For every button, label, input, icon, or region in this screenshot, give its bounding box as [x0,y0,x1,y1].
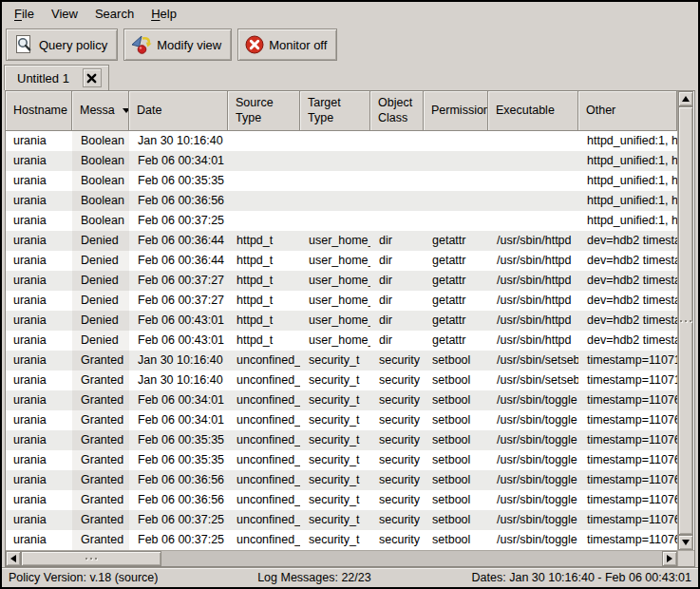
column-header-other[interactable]: Other [578,91,677,131]
query-policy-button[interactable]: Query policy [6,28,118,61]
cell: Granted [72,430,129,450]
cell: security_t [300,410,370,430]
cell: getattr [424,331,488,351]
cell: Feb 06 00:37:25 [129,211,228,231]
scroll-right-button[interactable] [662,551,677,566]
log-row[interactable]: uraniaGrantedFeb 06 00:34:01unconfined_s… [6,390,677,410]
column-header-target-type[interactable]: Target Type [300,91,370,131]
log-row[interactable]: uraniaDeniedFeb 06 00:36:44httpd_tuser_h… [6,231,677,251]
log-row[interactable]: uraniaGrantedFeb 06 00:34:01unconfined_s… [6,410,677,430]
horizontal-scrollbar-track[interactable] [161,551,662,566]
log-row[interactable]: uraniaDeniedFeb 06 00:37:27httpd_tuser_h… [6,291,677,311]
table-header: HostnameMessaDateSource TypeTarget TypeO… [6,91,677,131]
cell: unconfined_ [228,530,300,550]
log-row[interactable]: uraniaGrantedFeb 06 00:35:35unconfined_s… [6,430,677,450]
log-row[interactable]: uraniaDeniedFeb 06 00:43:01httpd_tuser_h… [6,311,677,331]
log-row[interactable]: uraniaGrantedFeb 06 00:36:56unconfined_s… [6,470,677,490]
modify-view-icon [130,33,153,56]
cell: timestamp=11076 [578,390,677,410]
cell: /usr/sbin/toggle [488,470,578,490]
log-row[interactable]: uraniaBooleanFeb 06 00:34:01httpd_unifie… [6,151,677,171]
cell: Feb 06 00:36:44 [129,251,228,271]
cell: Denied [72,331,129,351]
column-header-date[interactable]: Date [129,91,228,131]
cell: security [370,410,424,430]
tab-untitled-1[interactable]: Untitled 1 [4,65,109,90]
cell: httpd_unified:1, h [578,171,677,191]
cell: security_t [300,490,370,510]
column-header-permission[interactable]: Permission [424,91,488,131]
log-row[interactable]: uraniaBooleanFeb 06 00:37:25httpd_unifie… [6,211,677,231]
column-header-source-type[interactable]: Source Type [228,91,300,131]
horizontal-scrollbar[interactable] [6,551,677,566]
menu-view[interactable]: View [43,3,86,25]
query-policy-icon [12,33,35,56]
scroll-up-button[interactable] [678,91,693,106]
tab-label: Untitled 1 [17,71,69,86]
cell [424,211,488,231]
cell: /usr/sbin/toggle [488,450,578,470]
menu-search[interactable]: Search [86,3,142,25]
menu-file[interactable]: File [6,3,43,25]
cell [424,171,488,191]
cell: httpd_t [228,271,300,291]
log-row[interactable]: uraniaGrantedFeb 06 00:37:25unconfined_s… [6,510,677,530]
cell: Feb 06 00:36:56 [129,191,228,211]
log-row[interactable]: uraniaDeniedFeb 06 00:43:01httpd_tuser_h… [6,331,677,351]
log-row[interactable]: uraniaGrantedJan 30 10:16:40unconfined_s… [6,370,677,390]
cell: Denied [72,271,129,291]
cell: Feb 06 00:34:01 [129,151,228,171]
log-row[interactable]: uraniaGrantedFeb 06 00:35:35unconfined_s… [6,450,677,470]
column-header-executable[interactable]: Executable [488,91,578,131]
cell: urania [6,390,72,410]
monitor-off-button[interactable]: Monitor off [237,28,337,61]
cell: unconfined_ [228,510,300,530]
cell: urania [6,530,72,550]
menubar: FileViewSearchHelp [2,2,698,26]
scroll-left-button[interactable] [6,551,21,566]
scroll-down-button[interactable] [678,535,693,550]
cell: Denied [72,311,129,331]
table-body: uraniaBooleanJan 30 10:16:40httpd_unifie… [6,131,677,550]
column-header-label: Executable [496,104,555,119]
cell: httpd_t [228,331,300,351]
vertical-scrollbar[interactable] [677,91,693,550]
cell: Jan 30 10:16:40 [129,370,228,390]
statusbar: Policy Version: v.18 (source) Log Messag… [2,567,698,587]
sort-descending-icon [123,108,129,113]
cell: /usr/sbin/toggle [488,510,578,530]
cell: Feb 06 00:36:44 [129,231,228,251]
log-row[interactable]: uraniaDeniedFeb 06 00:36:44httpd_tuser_h… [6,251,677,271]
cell: security [370,430,424,450]
column-header-messa[interactable]: Messa [72,91,129,131]
cell: urania [6,351,72,370]
log-row[interactable]: uraniaDeniedFeb 06 00:37:27httpd_tuser_h… [6,271,677,291]
horizontal-scrollbar-thumb[interactable] [21,551,161,566]
modify-view-button[interactable]: Modify view [123,28,232,61]
cell [228,171,300,191]
log-row[interactable]: uraniaBooleanFeb 06 00:35:35httpd_unifie… [6,171,677,191]
cell [424,191,488,211]
cell: httpd_unified:1, h [578,191,677,211]
cell: Feb 06 00:43:01 [129,331,228,351]
cell: Feb 06 00:36:56 [129,470,228,490]
cell: Granted [72,510,129,530]
cell: /usr/sbin/toggle [488,410,578,430]
cell [488,211,578,231]
cell [370,191,424,211]
log-row[interactable]: uraniaGrantedJan 30 10:16:40unconfined_s… [6,351,677,370]
menu-help[interactable]: Help [142,3,185,25]
log-row[interactable]: uraniaBooleanFeb 06 00:36:56httpd_unifie… [6,191,677,211]
vertical-scrollbar-thumb[interactable] [678,106,693,535]
cell [424,151,488,171]
log-row[interactable]: uraniaBooleanJan 30 10:16:40httpd_unifie… [6,131,677,151]
cell: unconfined_ [228,450,300,470]
cell: timestamp=11076 [578,470,677,490]
log-row[interactable]: uraniaGrantedFeb 06 00:36:56unconfined_s… [6,490,677,510]
tab-close-button[interactable] [83,68,102,87]
column-header-object-class[interactable]: Object Class [370,91,424,131]
app-window: FileViewSearchHelp Query policy Modify v… [0,0,700,589]
column-header-hostname[interactable]: Hostname [6,91,72,131]
cell: urania [6,470,72,490]
log-row[interactable]: uraniaGrantedFeb 06 00:37:25unconfined_s… [6,530,677,550]
